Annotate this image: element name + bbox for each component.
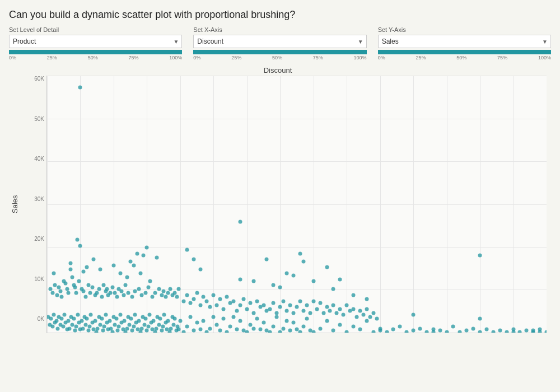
scatter-dot[interactable] <box>318 301 322 305</box>
scatter-dot[interactable] <box>137 287 141 291</box>
scatter-dot[interactable] <box>53 283 57 287</box>
scatter-dot[interactable] <box>458 330 462 333</box>
scatter-dot[interactable] <box>78 86 82 90</box>
scatter-dot[interactable] <box>358 309 362 313</box>
scatter-dot[interactable] <box>68 326 72 330</box>
scatter-dot[interactable] <box>531 329 535 333</box>
scatter-dot[interactable] <box>305 303 309 307</box>
scatter-dot[interactable] <box>169 326 173 330</box>
scatter-dot[interactable] <box>188 301 192 305</box>
scatter-dot[interactable] <box>195 291 199 295</box>
scatter-dot[interactable] <box>208 326 212 330</box>
scatter-dot[interactable] <box>525 329 529 333</box>
scatter-dot[interactable] <box>181 299 185 303</box>
scatter-dot[interactable] <box>215 323 219 326</box>
scatter-dot[interactable] <box>298 330 302 333</box>
scatter-dot[interactable] <box>110 330 114 333</box>
scatter-dot[interactable] <box>188 315 192 319</box>
scatter-dot[interactable] <box>251 326 255 330</box>
scatter-dot[interactable] <box>146 325 150 329</box>
scatter-dot[interactable] <box>133 313 137 317</box>
scatter-dot[interactable] <box>162 313 166 317</box>
scatter-dot[interactable] <box>412 313 416 317</box>
scatter-dot[interactable] <box>212 315 216 319</box>
scatter-dot[interactable] <box>120 289 124 293</box>
scatter-dot[interactable] <box>116 329 120 333</box>
scatter-dot[interactable] <box>325 305 329 309</box>
scatter-dot[interactable] <box>285 272 289 276</box>
scatter-dot[interactable] <box>48 287 52 291</box>
scatter-dot[interactable] <box>60 317 64 321</box>
scatter-dot[interactable] <box>148 279 152 283</box>
scatter-dot[interactable] <box>71 276 74 279</box>
scatter-dot[interactable] <box>445 330 449 333</box>
scatter-dot[interactable] <box>311 279 315 283</box>
scatter-dot[interactable] <box>285 319 289 323</box>
scatter-dot[interactable] <box>185 293 189 297</box>
scatter-dot[interactable] <box>361 313 365 317</box>
scatter-dot[interactable] <box>228 325 232 329</box>
scatter-dot[interactable] <box>232 315 236 319</box>
scatter-dot[interactable] <box>148 313 152 317</box>
scatter-dot[interactable] <box>272 283 276 287</box>
scatter-dot[interactable] <box>124 283 128 287</box>
scatter-dot[interactable] <box>93 319 97 323</box>
scatter-dot[interactable] <box>352 307 356 311</box>
scatter-dot[interactable] <box>104 313 108 317</box>
scatter-dot[interactable] <box>371 330 375 333</box>
scatter-dot[interactable] <box>342 313 346 317</box>
scatter-dot[interactable] <box>292 311 296 315</box>
scatter-dot[interactable] <box>173 317 177 321</box>
scatter-dot[interactable] <box>338 277 342 281</box>
scatter-dot[interactable] <box>129 317 133 321</box>
scatter-dot[interactable] <box>375 317 379 321</box>
scatter-dot[interactable] <box>86 329 90 333</box>
scatter-dot[interactable] <box>285 309 289 313</box>
scatter-dot[interactable] <box>137 319 141 323</box>
scatter-dot[interactable] <box>64 281 68 285</box>
scatter-dot[interactable] <box>272 325 276 329</box>
scatter-dot[interactable] <box>332 303 335 307</box>
scatter-dot[interactable] <box>160 329 164 333</box>
scatter-dot[interactable] <box>282 299 286 303</box>
scatter-dot[interactable] <box>225 330 229 333</box>
scatter-dot[interactable] <box>50 325 54 329</box>
scatter-dot[interactable] <box>102 325 106 329</box>
scatter-dot[interactable] <box>241 297 245 301</box>
scatter-dot[interactable] <box>105 287 109 291</box>
scatter-dot[interactable] <box>146 285 150 289</box>
scatter-dot[interactable] <box>111 263 115 267</box>
scatter-dot[interactable] <box>198 328 202 332</box>
scatter-dot[interactable] <box>71 323 74 326</box>
scatter-dot[interactable] <box>305 317 309 321</box>
scatter-dot[interactable] <box>73 329 77 333</box>
scatter-dot[interactable] <box>177 328 181 332</box>
scatter-dot[interactable] <box>155 326 158 330</box>
scatter-dot[interactable] <box>268 330 272 333</box>
scatter-dot[interactable] <box>175 295 179 299</box>
scatter-dot[interactable] <box>275 311 279 315</box>
scatter-dot[interactable] <box>173 291 177 295</box>
scatter-dot[interactable] <box>424 330 428 333</box>
scatter-dot[interactable] <box>338 307 342 311</box>
scatter-dot[interactable] <box>139 326 143 330</box>
scatter-dot[interactable] <box>192 258 195 262</box>
scatter-dot[interactable] <box>62 313 66 317</box>
scatter-dot[interactable] <box>118 272 122 276</box>
scatter-dot[interactable] <box>74 325 78 329</box>
scatter-dot[interactable] <box>99 323 102 326</box>
scatter-dot[interactable] <box>325 319 329 323</box>
scatter-dot[interactable] <box>472 326 475 330</box>
scatter-dot[interactable] <box>132 263 136 267</box>
scatter-dot[interactable] <box>198 268 202 272</box>
scatter-dot[interactable] <box>478 317 482 321</box>
scatter-dot[interactable] <box>178 319 182 323</box>
scatter-dot[interactable] <box>82 269 86 273</box>
scatter-dot[interactable] <box>57 285 61 289</box>
scatter-dot[interactable] <box>88 325 92 329</box>
scatter-dot[interactable] <box>265 258 269 262</box>
scatter-dot[interactable] <box>505 330 508 333</box>
scatter-dot[interactable] <box>235 309 239 313</box>
scatter-dot[interactable] <box>130 295 134 299</box>
scatter-dot[interactable] <box>518 330 522 333</box>
